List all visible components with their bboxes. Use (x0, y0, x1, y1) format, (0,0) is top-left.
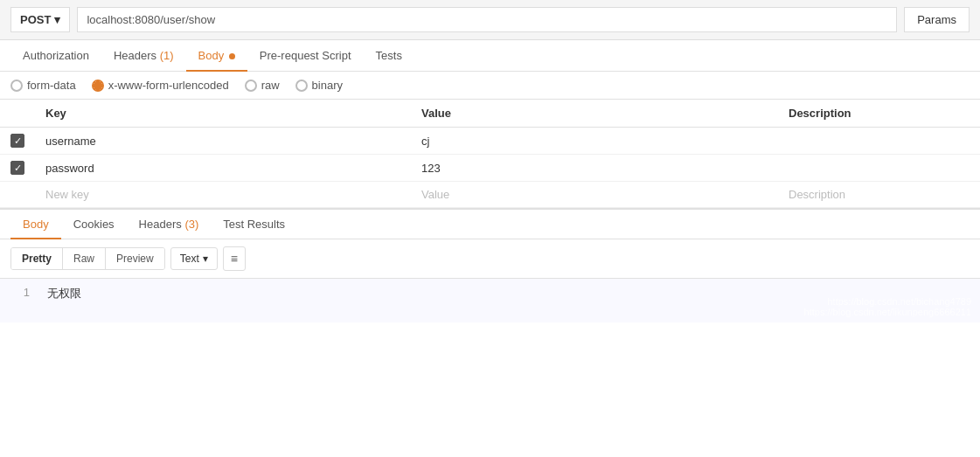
request-tabs-row: Authorization Headers (1) Body Pre-reque… (0, 40, 980, 72)
col-value-header: Value (411, 100, 778, 128)
text-dropdown[interactable]: Text ▾ (170, 247, 218, 270)
tab-authorization[interactable]: Authorization (10, 40, 101, 71)
url-bar: POST ▾ Params (0, 0, 980, 40)
method-label: POST (20, 13, 51, 26)
col-key-header: Key (35, 100, 411, 128)
text-chevron: ▾ (203, 253, 208, 265)
row2-checkbox-cell[interactable] (0, 155, 35, 182)
row1-value[interactable]: cj (411, 128, 778, 155)
placeholder-checkbox-cell (0, 182, 35, 208)
col-checkbox (0, 100, 35, 128)
radio-circle-urlencoded (92, 80, 104, 92)
text-label: Text (180, 253, 199, 265)
url-input[interactable] (77, 7, 897, 32)
radio-binary[interactable]: binary (295, 79, 343, 92)
raw-button[interactable]: Raw (63, 248, 106, 269)
response-tabs-row: Body Cookies Headers (3) Test Results (0, 208, 980, 239)
placeholder-key[interactable]: New key (35, 182, 411, 208)
tab-headers[interactable]: Headers (1) (101, 40, 186, 71)
wrap-icon: ≡ (231, 252, 238, 266)
row1-desc[interactable] (778, 128, 980, 155)
preview-button[interactable]: Preview (106, 248, 164, 269)
resp-tab-test-results[interactable]: Test Results (211, 210, 297, 239)
method-selector[interactable]: POST ▾ (10, 7, 70, 32)
radio-raw[interactable]: raw (245, 79, 280, 92)
table-row: password 123 (0, 155, 980, 182)
row1-key[interactable]: username (35, 128, 411, 155)
headers-badge: (1) (160, 49, 174, 62)
row1-checkbox-cell[interactable] (0, 128, 35, 155)
params-button[interactable]: Params (904, 7, 970, 32)
params-table: Key Value Description username cj passwo… (0, 100, 980, 208)
placeholder-desc[interactable]: Description (778, 182, 980, 208)
tab-tests[interactable]: Tests (364, 40, 414, 71)
body-type-row: form-data x-www-form-urlencoded raw bina… (0, 72, 980, 100)
resp-tab-body[interactable]: Body (10, 210, 61, 239)
radio-form-data[interactable]: form-data (10, 79, 76, 92)
tab-pre-request[interactable]: Pre-request Script (247, 40, 364, 71)
row2-key[interactable]: password (35, 155, 411, 182)
radio-circle-raw (245, 80, 257, 92)
col-desc-header: Description (778, 100, 980, 128)
resp-headers-badge: (3) (184, 218, 198, 231)
response-body-wrapper: 1 无权限 https://blog.csdn.net/bichang4789 … (0, 279, 980, 322)
row2-desc[interactable] (778, 155, 980, 182)
pretty-button[interactable]: Pretty (11, 248, 63, 269)
resp-tab-cookies[interactable]: Cookies (61, 210, 127, 239)
table-row: username cj (0, 128, 980, 155)
placeholder-value[interactable]: Value (411, 182, 778, 208)
row2-checkbox[interactable] (10, 161, 24, 175)
method-chevron: ▾ (54, 13, 60, 26)
line-number-1: 1 (12, 286, 30, 315)
body-dot (229, 53, 235, 59)
wrap-button[interactable]: ≡ (223, 246, 246, 271)
tab-body[interactable]: Body (186, 40, 247, 71)
row1-checkbox[interactable] (10, 134, 24, 148)
resp-tab-headers[interactable]: Headers (3) (127, 210, 212, 239)
response-toolbar: Pretty Raw Preview Text ▾ ≡ (0, 239, 980, 279)
radio-circle-binary (295, 80, 308, 92)
table-row-placeholder: New key Value Description (0, 182, 980, 208)
radio-circle-form-data (10, 80, 23, 92)
radio-x-www-form-urlencoded[interactable]: x-www-form-urlencoded (92, 79, 229, 92)
format-btn-group: Pretty Raw Preview (10, 247, 165, 270)
row2-value[interactable]: 123 (411, 155, 778, 182)
response-body: 1 无权限 (0, 279, 980, 322)
response-text-1: 无权限 (47, 286, 81, 315)
